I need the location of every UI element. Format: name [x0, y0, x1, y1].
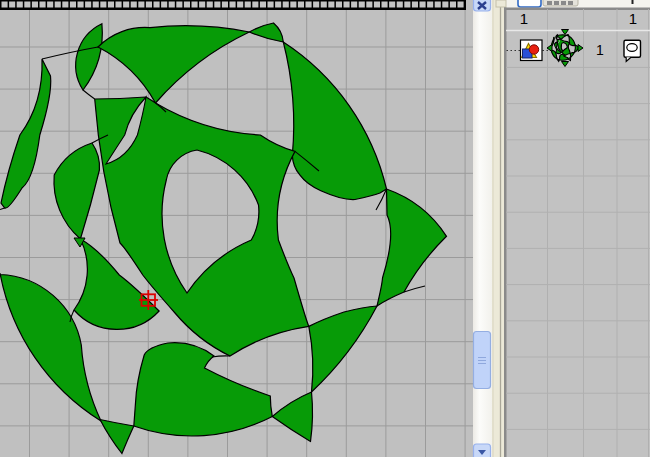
- svg-text:1: 1: [520, 10, 528, 27]
- svg-text:1: 1: [629, 10, 637, 27]
- svg-text:1: 1: [596, 42, 604, 58]
